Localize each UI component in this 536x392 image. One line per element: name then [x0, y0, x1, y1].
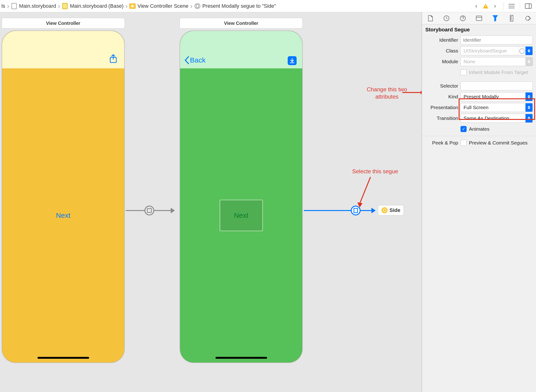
dropdown-caret-icon[interactable] [526, 114, 532, 122]
row-animates: Animates [422, 125, 536, 133]
annotation-arrow-icon [356, 176, 375, 209]
svg-rect-16 [476, 16, 482, 21]
phone-mock-1: Next [2, 30, 125, 363]
tab-file-inspector[interactable] [425, 13, 435, 23]
arrow-right-icon [171, 208, 175, 213]
svg-rect-1 [485, 7, 486, 8]
tab-history-inspector[interactable] [441, 13, 451, 23]
inspector-tabs [422, 12, 536, 24]
svg-point-23 [526, 16, 530, 20]
crumb-segue[interactable]: Present Modally segue to "Side" [194, 2, 277, 10]
view-controller-1[interactable]: View Controller Next [2, 18, 125, 363]
vc-badge-icon [382, 207, 388, 213]
crumb-storyboard-label: Main.storyboard [19, 3, 56, 9]
inherit-checkbox[interactable] [460, 69, 467, 75]
divider [422, 136, 536, 136]
module-combo[interactable]: None [460, 57, 533, 66]
presentation-value: Full Screen [461, 105, 526, 110]
animates-checkbox[interactable] [460, 126, 467, 132]
svg-marker-10 [421, 91, 422, 94]
home-indicator-icon [215, 357, 267, 359]
vc2-title[interactable]: View Controller [180, 18, 303, 28]
vc2-next-button[interactable]: Next [234, 211, 249, 219]
main-split: View Controller Next [0, 12, 536, 392]
download-icon [288, 56, 297, 65]
panel-toggle-icon[interactable] [524, 2, 532, 10]
divider [503, 2, 503, 10]
breadcrumb-bar: ls › Main.storyboard › Main.storyboard (… [0, 0, 536, 12]
back-button-label: Back [190, 56, 206, 64]
svg-rect-0 [485, 5, 486, 7]
presentation-combo[interactable]: Full Screen [460, 103, 533, 112]
vc1-next-button[interactable]: Next [56, 211, 71, 219]
back-button[interactable]: Back [184, 56, 206, 64]
svg-rect-5 [525, 4, 531, 9]
nav-back-button[interactable]: ‹ [472, 2, 480, 10]
side-vc-label: Side [389, 207, 400, 213]
selector-input[interactable] [460, 81, 533, 90]
download-button[interactable] [288, 56, 297, 65]
svg-rect-18 [510, 15, 513, 21]
transition-combo[interactable]: Same As Destination [460, 114, 533, 123]
tab-identity-inspector[interactable] [474, 13, 484, 23]
scene-icon [129, 3, 135, 9]
dropdown-caret-icon[interactable] [526, 103, 532, 112]
row-module: Module None [422, 56, 536, 67]
crumb-root[interactable]: ls [1, 2, 6, 10]
row-identifier: Identifier [422, 35, 536, 45]
peek-pop-option-label: Preview & Commit Segues [469, 140, 527, 146]
segue-kind-icon [144, 205, 154, 215]
peek-pop-checkbox[interactable] [460, 140, 467, 146]
kind-value: Present Modally [461, 94, 526, 99]
crumb-scene[interactable]: View Controller Scene [129, 2, 189, 10]
storyboard-canvas[interactable]: View Controller Next [0, 12, 422, 392]
vc2-navbar: Back [180, 31, 302, 68]
tab-help-inspector[interactable] [458, 13, 468, 23]
selector-label: Selector [425, 83, 458, 89]
vc2-container-view[interactable]: Next [220, 200, 263, 231]
svg-point-15 [463, 20, 463, 20]
chevron-right-icon: › [125, 2, 128, 10]
class-combo[interactable]: UIStoryboardSegue ◯ [460, 46, 533, 55]
svg-marker-12 [357, 202, 363, 207]
segue-icon [194, 3, 201, 9]
tab-attributes-inspector[interactable] [490, 13, 500, 23]
chevron-right-icon: › [7, 2, 10, 10]
home-indicator-icon [38, 357, 89, 359]
vc1-title[interactable]: View Controller [2, 18, 125, 28]
crumb-storyboard[interactable]: Main.storyboard [10, 2, 57, 10]
identifier-input[interactable] [460, 36, 533, 45]
file-icon [11, 3, 17, 9]
dropdown-caret-icon[interactable] [526, 47, 532, 55]
crumb-storyboard-base[interactable]: Main.storyboard (Base) [62, 2, 124, 10]
phone-mock-2: Back Next [180, 30, 303, 363]
crumb-scene-label: View Controller Scene [137, 3, 188, 9]
section-title: Storyboard Segue [422, 24, 536, 35]
nav-forward-button[interactable]: › [491, 2, 499, 10]
annotation-select-segue-label: Selecte this segue [352, 168, 398, 174]
segue-connector-1[interactable] [126, 205, 175, 215]
outline-toggle-icon[interactable] [508, 2, 516, 10]
tab-connections-inspector[interactable] [523, 13, 533, 23]
class-label: Class [425, 48, 458, 54]
dropdown-caret-icon[interactable] [526, 57, 532, 66]
share-button[interactable] [109, 54, 117, 64]
animates-label: Animates [469, 126, 490, 132]
annotation-select-segue: Selecte this segue [345, 168, 406, 175]
view-controller-2[interactable]: View Controller Back [180, 18, 303, 363]
breadcrumbs: ls › Main.storyboard › Main.storyboard (… [0, 2, 472, 10]
kind-combo[interactable]: Present Modally [460, 92, 533, 101]
dropdown-caret-icon[interactable] [526, 93, 532, 101]
crumb-root-label: ls [1, 3, 5, 9]
row-transition: Transition Same As Destination [422, 113, 536, 124]
add-class-button[interactable]: ◯ [518, 47, 526, 55]
side-view-controller[interactable]: Side [378, 205, 404, 215]
row-kind: Kind Present Modally [422, 91, 536, 102]
tab-size-inspector[interactable] [507, 13, 517, 23]
module-value: None [461, 59, 526, 64]
warning-icon[interactable] [482, 2, 490, 10]
transition-value: Same As Destination [461, 116, 526, 121]
ib-file-icon [62, 3, 68, 9]
inherit-label: Inherit Module From Target [469, 70, 528, 75]
transition-label: Transition [425, 116, 458, 121]
